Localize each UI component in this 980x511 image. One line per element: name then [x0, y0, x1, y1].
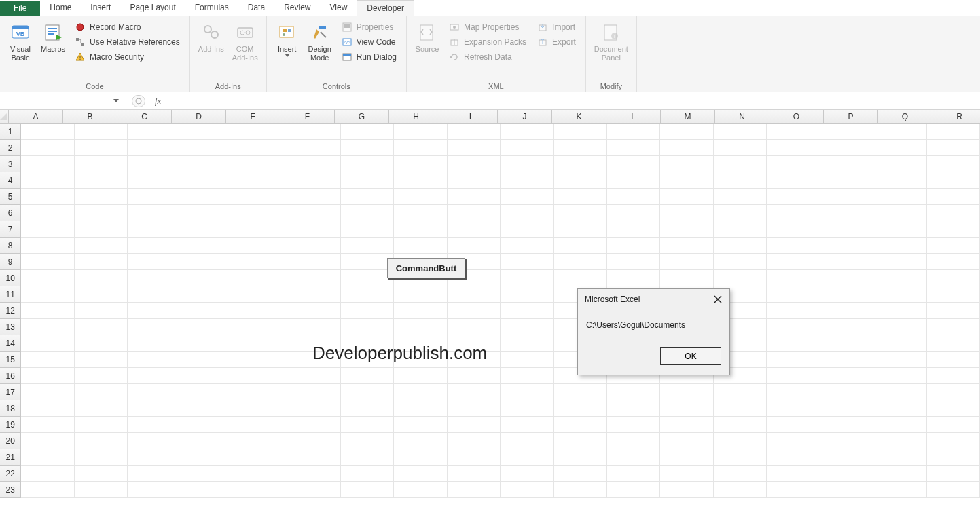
column-header[interactable]: B: [63, 110, 117, 123]
cell[interactable]: [21, 417, 74, 433]
cell[interactable]: [820, 189, 873, 205]
row-header[interactable]: 21: [0, 449, 21, 466]
cell[interactable]: [607, 124, 660, 140]
cell[interactable]: [927, 124, 980, 140]
cell[interactable]: [341, 319, 394, 335]
row-header[interactable]: 16: [0, 368, 21, 384]
cell[interactable]: [767, 286, 820, 303]
cell[interactable]: [767, 449, 820, 466]
cell[interactable]: [501, 417, 553, 433]
cell[interactable]: [714, 221, 767, 238]
cell[interactable]: [820, 156, 873, 172]
cell[interactable]: [660, 270, 713, 286]
cell[interactable]: [607, 270, 660, 286]
cell[interactable]: [873, 221, 926, 238]
cell[interactable]: [448, 417, 501, 433]
cell[interactable]: [767, 335, 820, 352]
cell[interactable]: [714, 482, 767, 498]
cell[interactable]: [820, 449, 873, 466]
cell[interactable]: [927, 238, 980, 254]
cell[interactable]: [128, 124, 181, 140]
cell[interactable]: [181, 482, 234, 498]
cell[interactable]: [394, 417, 447, 433]
cell[interactable]: [75, 172, 128, 189]
cell[interactable]: [927, 319, 980, 335]
cell[interactable]: [287, 205, 340, 221]
cell[interactable]: [820, 352, 873, 368]
cell[interactable]: [927, 482, 980, 498]
cell[interactable]: [394, 189, 447, 205]
cell[interactable]: [128, 156, 181, 172]
cell[interactable]: [714, 189, 767, 205]
cell[interactable]: [75, 433, 128, 449]
cell[interactable]: [873, 254, 926, 270]
cell[interactable]: [287, 172, 340, 189]
tab-home[interactable]: Home: [40, 0, 81, 16]
cell[interactable]: [128, 433, 181, 449]
cell[interactable]: [448, 303, 501, 319]
cell[interactable]: [448, 286, 501, 303]
cell[interactable]: [873, 156, 926, 172]
cell[interactable]: [128, 319, 181, 335]
cell[interactable]: [607, 172, 660, 189]
cell[interactable]: [607, 238, 660, 254]
fx-icon[interactable]: fx: [151, 96, 165, 107]
design-mode-button[interactable]: Design Mode: [305, 19, 335, 65]
cell[interactable]: [394, 172, 447, 189]
cell[interactable]: [181, 189, 234, 205]
cell[interactable]: [927, 172, 980, 189]
com-addins-button[interactable]: COM Add-Ins: [230, 19, 261, 65]
cell[interactable]: [181, 433, 234, 449]
cell[interactable]: [128, 172, 181, 189]
cell[interactable]: [394, 156, 447, 172]
cell[interactable]: [394, 466, 447, 482]
name-box-dropdown[interactable]: [111, 96, 122, 107]
cell[interactable]: [128, 417, 181, 433]
use-relative-references-button[interactable]: Use Relative References: [72, 35, 183, 49]
cell[interactable]: [234, 286, 287, 303]
row-header[interactable]: 4: [0, 172, 21, 189]
cell[interactable]: [767, 466, 820, 482]
cell[interactable]: [554, 400, 607, 417]
cell[interactable]: [873, 368, 926, 384]
row-header[interactable]: 12: [0, 303, 21, 319]
cell[interactable]: [767, 189, 820, 205]
cell[interactable]: [873, 124, 926, 140]
cell[interactable]: [660, 205, 713, 221]
cell[interactable]: [501, 335, 553, 352]
cell[interactable]: [714, 254, 767, 270]
cell[interactable]: [75, 124, 128, 140]
cell[interactable]: [927, 433, 980, 449]
cell[interactable]: [767, 140, 820, 156]
cell[interactable]: [554, 482, 607, 498]
cell[interactable]: [234, 124, 287, 140]
cell[interactable]: [341, 368, 394, 384]
cell[interactable]: [607, 156, 660, 172]
column-header[interactable]: Q: [878, 110, 932, 123]
cell[interactable]: [927, 254, 980, 270]
tab-insert[interactable]: Insert: [81, 0, 120, 16]
row-header[interactable]: 9: [0, 254, 21, 270]
cell[interactable]: [341, 449, 394, 466]
cell[interactable]: [21, 205, 74, 221]
cell[interactable]: [234, 270, 287, 286]
activex-command-button[interactable]: CommandButt: [387, 258, 465, 278]
cell[interactable]: [660, 189, 713, 205]
cell[interactable]: [714, 466, 767, 482]
row-header[interactable]: 3: [0, 156, 21, 172]
cell[interactable]: [128, 335, 181, 352]
cell[interactable]: [21, 384, 74, 400]
cell[interactable]: [607, 384, 660, 400]
cell[interactable]: [873, 352, 926, 368]
cell[interactable]: [607, 221, 660, 238]
cell[interactable]: [448, 319, 501, 335]
cell[interactable]: [873, 482, 926, 498]
tab-page-layout[interactable]: Page Layout: [120, 0, 185, 16]
cell[interactable]: [394, 368, 447, 384]
cell[interactable]: [181, 254, 234, 270]
cell[interactable]: [714, 124, 767, 140]
cell[interactable]: [75, 335, 128, 352]
cell[interactable]: [660, 417, 713, 433]
cell[interactable]: [394, 384, 447, 400]
cell[interactable]: [873, 140, 926, 156]
